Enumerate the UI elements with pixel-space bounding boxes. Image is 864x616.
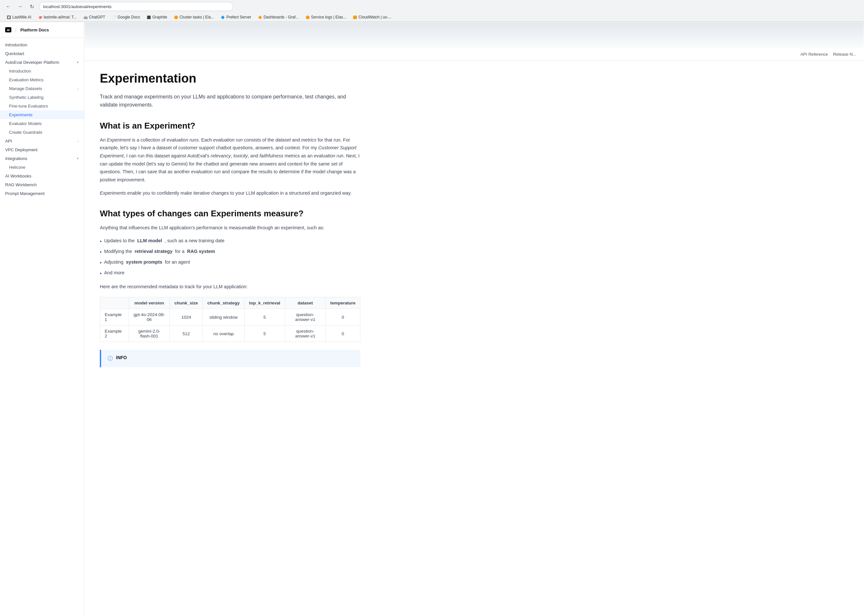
list-item: And more (100, 269, 360, 277)
nav-item-label: Fine-tune Evaluators (9, 104, 48, 108)
nav-item-label: AI Workbooks (5, 174, 31, 178)
table-header-cell: chunk_strategy (203, 297, 244, 309)
table-row: Example 1gpt-4o-2024-08-061024sliding wi… (100, 309, 360, 325)
nav-item-label: RAG Workbench (5, 182, 37, 187)
bookmark-icon: 🟠 (174, 15, 178, 19)
reload-button[interactable]: ↻ (27, 2, 36, 11)
chevron-icon: ▾ (77, 156, 79, 161)
nav-item-label: Introduction (5, 42, 27, 47)
sidebar-nav-item-fine-tune-evaluators[interactable]: Fine-tune Evaluators (0, 102, 84, 110)
nav-item-label: API (5, 138, 12, 143)
bookmark-label: CloudWatch | us-... (359, 15, 391, 19)
nav-item-label: Helicone (9, 165, 25, 170)
page-layout: ai | Platform Docs IntroductionQuickstar… (0, 22, 864, 616)
browser-chrome: ← → ↻ localhost:3001/autoeval/experiment… (0, 0, 864, 22)
bookmark-icon: 🔷 (220, 15, 225, 19)
list-item: Adjusting system prompts for an agent (100, 258, 360, 267)
sidebar-nav-item-integrations[interactable]: Integrations▾ (0, 154, 84, 163)
bookmark-item[interactable]: 🟧CloudWatch | us-... (350, 14, 394, 20)
bookmark-item[interactable]: 🔷Prefect Server (218, 14, 254, 20)
metadata-table: model versionchunk_sizechunk_strategytop… (100, 297, 360, 342)
info-icon: ⓘ (108, 355, 113, 362)
bookmark-icon: 🔲 (6, 15, 11, 19)
nav-item-label: Experiments (9, 112, 32, 117)
bookmark-item[interactable]: 🟠Cluster tasks | Ela... (171, 14, 217, 20)
sidebar-nav-item-introduction[interactable]: Introduction (0, 67, 84, 75)
browser-toolbar: ← → ↻ localhost:3001/autoeval/experiment… (0, 0, 864, 13)
nav-item-label: Create Guardrails (9, 130, 42, 135)
table-cell: no overlap (203, 325, 244, 342)
blurred-top-image (84, 22, 864, 48)
sidebar-nav-item-evaluator-models[interactable]: Evaluator Models (0, 119, 84, 128)
nav-item-label: Evaluation Metrics (9, 77, 43, 82)
sidebar-nav-item-evaluation-metrics[interactable]: Evaluation Metrics (0, 75, 84, 84)
bookmark-item[interactable]: 🟠Service logs | Elas... (303, 14, 349, 20)
bookmark-label: ChatGPT (89, 15, 105, 19)
address-bar[interactable]: localhost:3001/autoeval/experiments (39, 2, 233, 11)
bookmarks-bar: 🔲LastMile AI🐙lastmile-ai/lmai: T...🤖Chat… (0, 13, 864, 22)
table-header-cell: chunk_size (170, 297, 203, 309)
table-cell: 1024 (170, 309, 203, 325)
api-reference-link[interactable]: API Reference (801, 52, 828, 57)
page-subtitle: Track and manage experiments on your LLM… (100, 93, 360, 109)
bookmark-label: Cluster tasks | Ela... (179, 15, 214, 19)
bookmark-icon: 🤖 (83, 15, 88, 19)
sidebar-nav-item-autoeval-developer-platform[interactable]: AutoEval Developer Platform▾ (0, 58, 84, 67)
table-cell: question-answer-v1 (285, 309, 326, 325)
bookmark-label: LastMile AI (12, 15, 31, 19)
bookmark-label: Prefect Server (226, 15, 251, 19)
table-body: Example 1gpt-4o-2024-08-061024sliding wi… (100, 309, 360, 342)
bookmark-label: Service logs | Elas... (311, 15, 346, 19)
sidebar-nav-item-create-guardrails[interactable]: Create Guardrails (0, 128, 84, 137)
list-item: Modifying the retrieval strategy for a R… (100, 248, 360, 256)
sidebar-navigation: IntroductionQuickstartAutoEval Developer… (0, 41, 84, 198)
table-cell: 512 (170, 325, 203, 342)
release-notes-link[interactable]: Release N... (833, 52, 856, 57)
bookmark-item[interactable]: 🤖ChatGPT (81, 14, 108, 20)
sidebar-nav-item-rag-workbench[interactable]: RAG Workbench (0, 181, 84, 189)
nav-item-label: Integrations (5, 156, 27, 161)
bookmark-icon: 📄 (112, 15, 116, 19)
sidebar-nav-item-prompt-management[interactable]: Prompt Management (0, 189, 84, 198)
sidebar-nav-item-quickstart[interactable]: Quickstart (0, 49, 84, 58)
nav-item-label: Prompt Management (5, 191, 44, 196)
bookmark-item[interactable]: 🔶Dashboards - Graf... (255, 14, 301, 20)
sidebar-nav-item-ai-workbooks[interactable]: AI Workbooks (0, 172, 84, 181)
bookmark-icon: 🐙 (38, 15, 42, 19)
bookmark-item[interactable]: ⬛Graphite (144, 14, 170, 20)
section2-title: What types of changes can Experiments me… (100, 209, 360, 218)
section2-intro: Anything that influences the LLM applica… (100, 224, 360, 232)
sidebar: ai | Platform Docs IntroductionQuickstar… (0, 22, 84, 616)
logo-mark: ai (5, 27, 11, 32)
sidebar-nav-item-introduction[interactable]: Introduction (0, 41, 84, 49)
table-cell: sliding window (203, 309, 244, 325)
table-header-cell: top_k_retrieval (244, 297, 285, 309)
table-cell: gpt-4o-2024-08-06 (129, 309, 170, 325)
table-header-cell (100, 297, 129, 309)
bookmark-icon: 🟧 (353, 15, 357, 19)
top-bar: API Reference Release N... (84, 48, 864, 61)
sidebar-nav-item-experiments[interactable]: Experiments (0, 110, 84, 119)
sidebar-nav-item-helicone[interactable]: Helicone (0, 163, 84, 172)
forward-button[interactable]: → (16, 2, 25, 11)
sidebar-nav-item-api[interactable]: API› (0, 137, 84, 145)
table-cell: 5 (244, 309, 285, 325)
section1-title: What is an Experiment? (100, 121, 360, 131)
back-button[interactable]: ← (4, 2, 13, 11)
bookmark-item[interactable]: 🔲LastMile AI (4, 14, 34, 20)
sidebar-nav-item-synthetic-labeling[interactable]: Synthetic Labeling (0, 93, 84, 102)
chevron-icon: › (77, 87, 79, 91)
bookmark-label: Dashboards - Graf... (263, 15, 299, 19)
sidebar-nav-item-vpc-deployment[interactable]: VPC Deployment (0, 145, 84, 154)
section1-text1: An Experiment is a collection of evaluat… (100, 136, 360, 184)
bookmark-item[interactable]: 🐙lastmile-ai/lmai: T... (35, 14, 79, 20)
bookmark-icon: 🔶 (258, 15, 262, 19)
nav-item-label: Quickstart (5, 51, 24, 56)
bookmark-item[interactable]: 📄Google Docs (109, 14, 143, 20)
sidebar-nav-item-manage-datasets[interactable]: Manage Datasets› (0, 84, 84, 93)
table-cell: 0 (326, 309, 360, 325)
list-item: Updates to the LLM model, such as a new … (100, 237, 360, 245)
info-box: ⓘ INFO (100, 350, 360, 367)
table-intro: Here are the recommended metadata to tra… (100, 283, 360, 291)
table-cell: Example 2 (100, 325, 129, 342)
